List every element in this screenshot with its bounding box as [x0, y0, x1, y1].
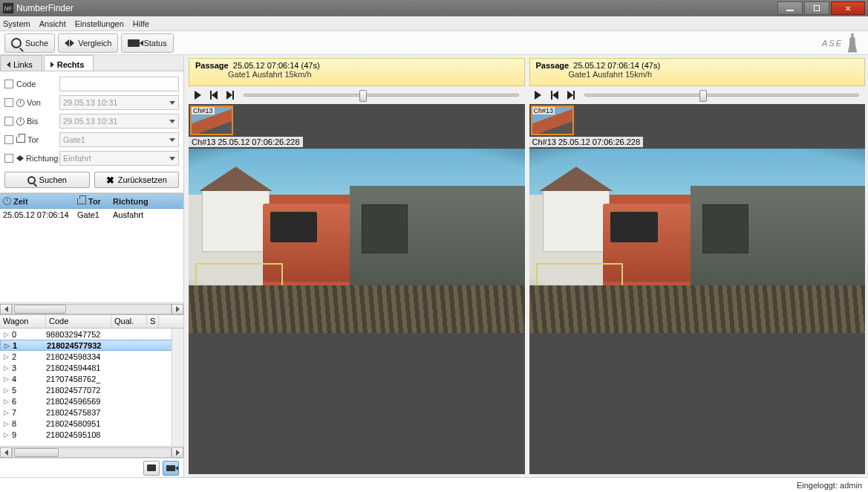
expand-icon[interactable]: ▷ [0, 409, 12, 416]
wagon-col-wagon[interactable]: Wagon [0, 315, 46, 328]
chevron-down-icon [169, 120, 175, 123]
scroll-left-button[interactable] [0, 447, 12, 458]
wagon-row[interactable]: ▷3218024594481 [0, 362, 183, 373]
slider-knob[interactable] [359, 90, 367, 102]
results-row[interactable]: 25.05.12 07:06:14Gate1Ausfahrt [0, 209, 183, 222]
expand-icon[interactable]: ▷ [0, 353, 12, 360]
wagon-row[interactable]: ▷421?07458762_ [0, 373, 183, 384]
toolbar: Suche Vergleich Status ASE [0, 31, 868, 55]
video-viewport[interactable]: Ch#13 25.05.12 07:06:26.228 [529, 137, 866, 474]
wagon-row[interactable]: ▷8218024580951 [0, 418, 183, 429]
code-checkbox[interactable] [4, 80, 13, 88]
scroll-thumb[interactable] [14, 305, 66, 314]
window-maximize-button[interactable] [804, 1, 829, 15]
pane-right: Passage 25.05.12 07:06:14 (47s) Gate1 Au… [529, 58, 866, 474]
richtung-checkbox[interactable] [4, 154, 13, 163]
menu-settings[interactable]: Einstellungen [75, 19, 124, 28]
wagon-col-qual[interactable]: Qual. [111, 315, 147, 328]
window-close-button[interactable]: ✕ [831, 1, 865, 15]
expand-icon[interactable]: ▷ [0, 386, 12, 394]
status-bar: Eingeloggt: admin [0, 477, 868, 492]
results-col-zeit[interactable]: Zeit [0, 194, 74, 208]
von-checkbox[interactable] [4, 98, 13, 107]
toolbar-compare-button[interactable]: Vergleich [58, 33, 118, 53]
window-minimize-button[interactable] [777, 1, 803, 15]
menu-system[interactable]: System [3, 19, 30, 28]
tab-links[interactable]: Links [0, 55, 42, 71]
tor-select[interactable]: Gate1 [59, 132, 179, 147]
wagon-row[interactable]: ▷1218024577932 [0, 340, 183, 351]
video-button[interactable] [163, 461, 179, 476]
results-hscroll[interactable] [0, 302, 183, 314]
wagon-col-s[interactable]: S [147, 315, 159, 328]
wagon-col-code[interactable]: Code [46, 315, 111, 328]
brand-statue-icon [846, 33, 859, 53]
wagon-row[interactable]: ▷0988032947752 [0, 328, 183, 340]
wagon-row[interactable]: ▷9218024595108 [0, 429, 183, 440]
scroll-thumb[interactable] [14, 448, 59, 457]
menu-bar: System Ansicht Einstellungen Hilfe [0, 16, 868, 31]
reset-button[interactable]: ✖Zurücksetzen [94, 172, 180, 188]
play-button[interactable] [192, 89, 203, 101]
next-frame-button[interactable] [224, 89, 236, 101]
wagon-row[interactable]: ▷7218024575837 [0, 407, 183, 418]
menu-help[interactable]: Hilfe [133, 19, 149, 28]
results-col-richtung[interactable]: Richtung [110, 194, 183, 208]
von-select[interactable]: 29.05.13 10:31 [59, 95, 179, 110]
chevron-down-icon [169, 101, 175, 105]
results-col-tor[interactable]: Tor [74, 194, 110, 208]
toolbar-search-button[interactable]: Suche [4, 33, 55, 53]
reset-icon: ✖ [106, 175, 114, 186]
bis-checkbox[interactable] [4, 117, 13, 126]
wagon-row[interactable]: ▷2218024598334 [0, 351, 183, 362]
gate-icon [16, 137, 25, 143]
scroll-right-button[interactable] [172, 304, 183, 314]
menu-view[interactable]: Ansicht [39, 19, 66, 28]
window-titlebar: NF NumberFinder ✕ [0, 0, 868, 16]
wagon-vscroll[interactable] [172, 328, 183, 446]
wagon-row[interactable]: ▷6218024596569 [0, 395, 183, 407]
next-frame-button[interactable] [565, 89, 577, 101]
video-timestamp: Ch#13 25.05.12 07:06:26.228 [529, 137, 644, 147]
channel-thumbnail[interactable]: Ch#13 [531, 106, 574, 135]
scroll-left-button[interactable] [0, 304, 12, 314]
channel-thumbnail[interactable]: Ch#13 [190, 106, 233, 135]
snapshot-button[interactable] [143, 461, 160, 476]
search-icon [27, 176, 36, 184]
tor-checkbox[interactable] [4, 135, 13, 144]
expand-icon[interactable]: ▷ [0, 375, 12, 383]
status-logged-in: Eingeloggt: admin [797, 481, 862, 490]
code-input[interactable] [59, 77, 179, 91]
tab-rechts[interactable]: Rechts [44, 55, 94, 71]
bis-select[interactable]: 29.05.13 10:31 [59, 114, 179, 129]
scroll-right-button[interactable] [172, 447, 183, 458]
toolbar-compare-label: Vergleich [78, 39, 111, 48]
video-frame [529, 149, 866, 333]
toolbar-status-button[interactable]: Status [121, 33, 173, 53]
search-button[interactable]: Suchen [4, 172, 90, 188]
video-viewport[interactable]: Ch#13 25.05.12 07:06:26.228 [189, 137, 525, 474]
prev-frame-button[interactable] [549, 89, 561, 101]
expand-icon[interactable]: ▷ [1, 342, 13, 349]
expand-icon[interactable]: ▷ [0, 331, 12, 338]
expand-icon[interactable]: ▷ [0, 398, 12, 405]
pane-left: Passage 25.05.12 07:06:14 (47s) Gate1 Au… [189, 58, 525, 474]
expand-icon[interactable]: ▷ [0, 431, 12, 438]
von-label: Von [16, 98, 56, 107]
timeline-slider[interactable] [244, 94, 519, 97]
prev-frame-button[interactable] [208, 89, 220, 101]
wagon-hscroll[interactable] [0, 446, 183, 458]
slider-knob[interactable] [699, 90, 707, 102]
video-timestamp: Ch#13 25.05.12 07:06:26.228 [189, 137, 303, 147]
camera-icon [147, 465, 156, 471]
wagon-table: Wagon Code Qual. S ▷0988032947752▷121802… [0, 314, 183, 458]
video-frame [189, 149, 525, 333]
brand-logo: ASE [822, 33, 864, 53]
expand-icon[interactable]: ▷ [0, 420, 12, 427]
expand-icon[interactable]: ▷ [0, 364, 12, 372]
play-button[interactable] [532, 89, 544, 101]
richtung-select[interactable]: Einfahrt [59, 151, 179, 166]
timeline-slider[interactable] [584, 94, 860, 97]
chevron-down-icon [169, 138, 175, 142]
wagon-row[interactable]: ▷5218024577072 [0, 384, 183, 395]
